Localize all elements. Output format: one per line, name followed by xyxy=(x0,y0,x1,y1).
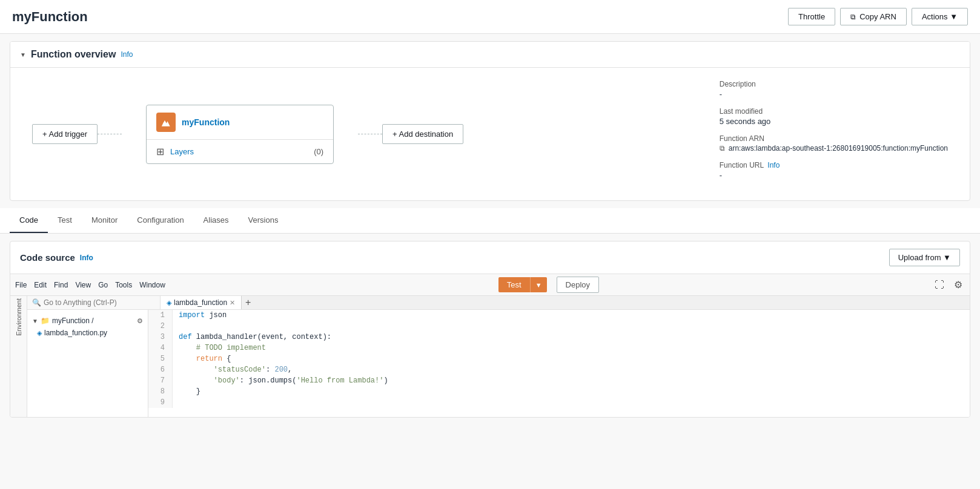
environment-side-panel: Environment xyxy=(10,296,27,417)
page-title: myFunction xyxy=(12,9,88,25)
editor-toolbar-right: ⛶ ⚙ xyxy=(932,278,965,292)
description-value: - xyxy=(720,90,948,99)
code-source-title: Code source Info xyxy=(20,252,93,263)
function-overview-section: ▼ Function overview Info + Add trigger m… xyxy=(10,41,970,201)
last-modified-label: Last modified xyxy=(720,107,948,116)
tab-configuration[interactable]: Configuration xyxy=(127,208,193,233)
close-tab-icon[interactable]: ✕ xyxy=(230,299,235,307)
function-box: myFunction ⊞ Layers (0) xyxy=(146,105,334,164)
layers-label[interactable]: Layers xyxy=(170,147,194,156)
section-title: Function overview xyxy=(31,49,116,60)
section-header: ▼ Function overview Info xyxy=(10,42,970,68)
layers-left: ⊞ Layers xyxy=(156,146,194,157)
function-box-header: myFunction xyxy=(147,105,333,140)
layers-row: ⊞ Layers (0) xyxy=(147,140,333,163)
code-line-1: 1 import json xyxy=(148,310,970,321)
connector-right xyxy=(358,134,382,134)
code-line-6: 6 'statusCode': 200, xyxy=(148,364,970,375)
overview-body: + Add trigger myFunction ⊞ Layers xyxy=(10,68,970,200)
dash-line-right xyxy=(358,134,382,134)
test-btn-group: Test ▼ xyxy=(498,277,547,292)
code-line-4: 4 # TODO implement xyxy=(148,343,970,353)
editor-toolbar: File Edit Find View Go Tools Window Test… xyxy=(10,274,970,296)
code-line-9: 9 xyxy=(148,397,970,408)
add-tab-button[interactable]: + xyxy=(242,296,254,309)
tab-monitor[interactable]: Monitor xyxy=(82,208,127,233)
editor-area: Environment 🔍 ◈ lambda_function ✕ + xyxy=(10,296,970,417)
editor-toolbar-left: File Edit Find View Go Tools Window xyxy=(15,281,165,289)
tab-versions[interactable]: Versions xyxy=(239,208,288,233)
environment-label[interactable]: Environment xyxy=(15,298,22,336)
menu-go[interactable]: Go xyxy=(98,281,108,289)
copy-arn-button[interactable]: ⧉ Copy ARN xyxy=(840,8,907,25)
add-destination-button[interactable]: + Add destination xyxy=(382,124,463,144)
code-line-5: 5 return { xyxy=(148,353,970,364)
layers-icon: ⊞ xyxy=(156,146,164,157)
code-source-info-link[interactable]: Info xyxy=(80,254,93,262)
function-url-info-link[interactable]: Info xyxy=(767,161,780,169)
tab-aliases[interactable]: Aliases xyxy=(194,208,239,233)
page-header: myFunction Throttle ⧉ Copy ARN Actions ▼ xyxy=(0,0,980,34)
function-arn-row: Function ARN ⧉ arn:aws:lambda:ap-southea… xyxy=(720,134,948,153)
arn-value: arn:aws:lambda:ap-southeast-1:2680169190… xyxy=(729,144,948,153)
upload-from-button[interactable]: Upload from ▼ xyxy=(889,249,960,266)
header-actions: Throttle ⧉ Copy ARN Actions ▼ xyxy=(788,8,968,25)
menu-file[interactable]: File xyxy=(15,281,27,289)
editor-action-area: Test ▼ Deploy xyxy=(498,277,599,293)
code-line-8: 8 } xyxy=(148,386,970,397)
function-url-row: Function URL Info - xyxy=(720,161,948,180)
editor-main: ▼ 📁 myFunction / ⚙ ◈ lambda_function.py … xyxy=(27,310,970,417)
folder-settings-icon[interactable]: ⚙ xyxy=(137,317,143,325)
menu-edit[interactable]: Edit xyxy=(34,281,47,289)
overview-sidebar: Description - Last modified 5 seconds ag… xyxy=(707,80,960,188)
settings-button[interactable]: ⚙ xyxy=(952,278,965,292)
file-label: lambda_function.py xyxy=(44,329,107,337)
actions-button[interactable]: Actions ▼ xyxy=(912,8,968,25)
file-tree: ▼ 📁 myFunction / ⚙ ◈ lambda_function.py xyxy=(27,310,148,417)
arn-copy-icon[interactable]: ⧉ xyxy=(720,144,725,153)
editor-tabs: ◈ lambda_function ✕ + xyxy=(161,296,970,309)
search-area: 🔍 xyxy=(27,296,161,309)
connector-left xyxy=(98,134,122,134)
file-icon: ◈ xyxy=(37,329,42,337)
overview-info-link[interactable]: Info xyxy=(121,50,133,59)
add-trigger-area: + Add trigger xyxy=(20,124,98,144)
code-editor[interactable]: 1 import json 2 3 def lambda_handler(eve… xyxy=(148,310,970,417)
tree-folder-item[interactable]: ▼ 📁 myFunction / ⚙ xyxy=(27,315,148,327)
editor-tab-lambda[interactable]: ◈ lambda_function ✕ xyxy=(161,296,242,309)
fullscreen-button[interactable]: ⛶ xyxy=(932,278,947,292)
code-line-7: 7 'body': json.dumps('Hello from Lambda!… xyxy=(148,375,970,386)
menu-find[interactable]: Find xyxy=(54,281,68,289)
test-button[interactable]: Test xyxy=(498,277,530,292)
test-dropdown-button[interactable]: ▼ xyxy=(530,277,547,292)
menu-view[interactable]: View xyxy=(75,281,91,289)
editor-tab-label: lambda_function xyxy=(174,298,227,307)
search-input[interactable] xyxy=(44,298,155,307)
add-destination-area: + Add destination xyxy=(382,124,475,144)
file-tab-icon: ◈ xyxy=(167,299,171,307)
menu-window[interactable]: Window xyxy=(139,281,165,289)
throttle-button[interactable]: Throttle xyxy=(788,8,835,25)
search-icon: 🔍 xyxy=(32,298,41,307)
code-line-3: 3 def lambda_handler(event, context): xyxy=(148,332,970,343)
folder-label: myFunction / xyxy=(52,317,94,325)
deploy-button[interactable]: Deploy xyxy=(557,277,599,293)
code-line-2: 2 xyxy=(148,321,970,332)
function-arn-label: Function ARN xyxy=(720,134,948,143)
tabs-bar: Code Test Monitor Configuration Aliases … xyxy=(0,208,980,234)
code-source-header: Code source Info Upload from ▼ xyxy=(10,241,970,274)
lambda-icon xyxy=(156,113,176,132)
menu-tools[interactable]: Tools xyxy=(115,281,132,289)
function-name-label: myFunction xyxy=(182,117,230,127)
editor-top-row: 🔍 ◈ lambda_function ✕ + xyxy=(27,296,970,310)
last-modified-value: 5 seconds ago xyxy=(720,117,948,126)
tab-code[interactable]: Code xyxy=(10,208,48,233)
layers-count: (0) xyxy=(314,147,323,156)
tree-file-item[interactable]: ◈ lambda_function.py xyxy=(27,327,148,339)
add-trigger-button[interactable]: + Add trigger xyxy=(32,124,98,144)
collapse-chevron-icon[interactable]: ▼ xyxy=(20,51,26,58)
code-source-section: Code source Info Upload from ▼ File Edit… xyxy=(10,241,970,418)
function-url-label: Function URL xyxy=(720,161,764,169)
tab-test[interactable]: Test xyxy=(48,208,82,233)
editor-column: 🔍 ◈ lambda_function ✕ + xyxy=(27,296,970,417)
